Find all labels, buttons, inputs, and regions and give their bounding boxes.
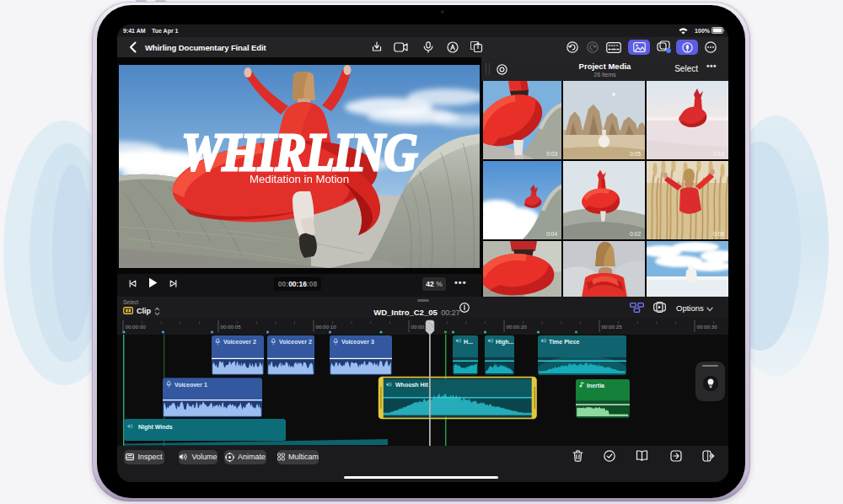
- svg-text:0:03: 0:03: [546, 151, 557, 157]
- svg-text:00:00:25: 00:00:25: [602, 324, 623, 330]
- svg-text:Voiceover 3: Voiceover 3: [341, 339, 374, 345]
- svg-text:00:00:30: 00:00:30: [697, 324, 718, 330]
- svg-text:0:05: 0:05: [630, 151, 641, 157]
- svg-text:0:04: 0:04: [546, 231, 557, 237]
- svg-text:00:00:00: 00:00:00: [126, 324, 147, 330]
- svg-text:0:06: 0:06: [713, 231, 724, 237]
- svg-text:H...: H...: [464, 339, 473, 345]
- svg-text:00:00:20: 00:00:20: [507, 324, 528, 330]
- svg-text:Meditation in Motion: Meditation in Motion: [250, 173, 349, 185]
- svg-text:Voiceover 2: Voiceover 2: [279, 339, 312, 345]
- svg-text:Voiceover 1: Voiceover 1: [175, 382, 207, 388]
- svg-text:Time Piece: Time Piece: [549, 339, 580, 345]
- svg-text:0:10: 0:10: [713, 151, 724, 157]
- svg-text:Night Winds: Night Winds: [138, 424, 173, 431]
- svg-text:00:00:10: 00:00:10: [316, 324, 337, 330]
- svg-text:Inertia: Inertia: [587, 383, 604, 389]
- svg-text:Voiceover 2: Voiceover 2: [223, 339, 256, 345]
- svg-text:0:02: 0:02: [630, 231, 641, 237]
- svg-text:High...: High...: [496, 339, 513, 346]
- svg-text:00:00:05: 00:00:05: [221, 324, 242, 330]
